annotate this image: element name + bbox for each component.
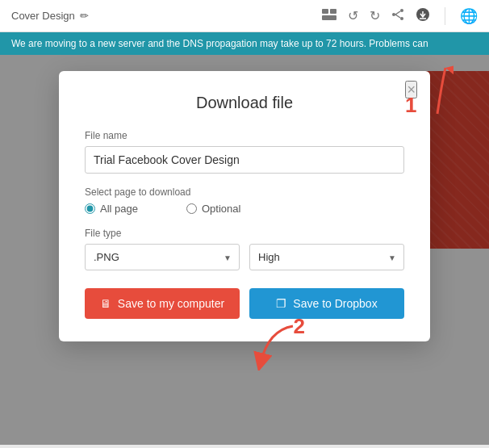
file-name-group: File name: [85, 130, 404, 174]
svg-rect-1: [330, 9, 336, 14]
modal-title: Download file: [85, 94, 404, 112]
optional-radio[interactable]: [186, 203, 197, 214]
file-type-group: File type .PNG .JPG .PDF .SVG ▼ High: [85, 228, 404, 270]
file-format-wrapper: .PNG .JPG .PDF .SVG ▼: [85, 244, 240, 270]
top-bar-icons: ↺ ↻ 🌐: [322, 7, 478, 25]
layout-icon[interactable]: [322, 9, 336, 23]
globe-icon[interactable]: 🌐: [460, 7, 478, 25]
select-page-label: Select page to download: [85, 186, 404, 198]
download-icon[interactable]: [416, 7, 430, 25]
save-computer-label: Save to my computer: [118, 297, 224, 310]
file-type-label: File type: [85, 228, 404, 239]
banner-text: We are moving to a new server and the DN…: [11, 38, 428, 49]
top-bar: Cover Design ✏ ↺ ↻ 🌐: [0, 0, 489, 32]
file-name-input[interactable]: [85, 146, 404, 174]
undo-icon[interactable]: ↺: [348, 8, 358, 23]
file-format-select[interactable]: .PNG .JPG .PDF .SVG: [85, 244, 240, 270]
svg-rect-0: [322, 9, 328, 14]
btn-row: 🖥 Save to my computer ❐ Save to Dropbox: [85, 288, 404, 319]
svg-line-6: [395, 11, 400, 15]
select-page-group: Select page to download All page Optiona…: [85, 186, 404, 215]
computer-icon: 🖥: [100, 297, 111, 310]
quality-wrapper: High Medium Low ▼: [249, 244, 404, 270]
divider: [445, 7, 445, 25]
modal-close-button[interactable]: ×: [405, 81, 417, 98]
share-icon[interactable]: [391, 8, 404, 24]
file-type-row: .PNG .JPG .PDF .SVG ▼ High Medium Low: [85, 244, 404, 270]
main-area: × Download file File name Select page to…: [0, 55, 489, 445]
save-computer-button[interactable]: 🖥 Save to my computer: [85, 288, 240, 319]
all-page-label: All page: [100, 203, 138, 215]
optional-option[interactable]: Optional: [186, 203, 240, 215]
all-page-radio[interactable]: [85, 203, 95, 214]
all-page-option[interactable]: All page: [85, 203, 138, 215]
quality-select[interactable]: High Medium Low: [249, 244, 404, 270]
svg-point-4: [392, 13, 395, 16]
save-dropbox-button[interactable]: ❐ Save to Dropbox: [249, 288, 404, 319]
info-banner: We are moving to a new server and the DN…: [0, 32, 489, 55]
save-dropbox-label: Save to Dropbox: [293, 297, 377, 310]
svg-rect-2: [322, 15, 336, 20]
redo-icon[interactable]: ↻: [370, 8, 380, 23]
file-name-label: File name: [85, 130, 404, 141]
svg-point-5: [400, 17, 403, 20]
top-bar-left: Cover Design ✏: [11, 10, 89, 22]
svg-line-7: [395, 15, 400, 18]
optional-label: Optional: [202, 203, 240, 215]
radio-group: All page Optional: [85, 203, 404, 215]
edit-icon[interactable]: ✏: [80, 10, 89, 22]
svg-point-3: [400, 9, 403, 12]
dropbox-icon: ❐: [276, 297, 286, 310]
modal-overlay: × Download file File name Select page to…: [0, 55, 489, 445]
download-modal: × Download file File name Select page to…: [59, 71, 430, 341]
cover-design-title: Cover Design: [11, 10, 75, 22]
